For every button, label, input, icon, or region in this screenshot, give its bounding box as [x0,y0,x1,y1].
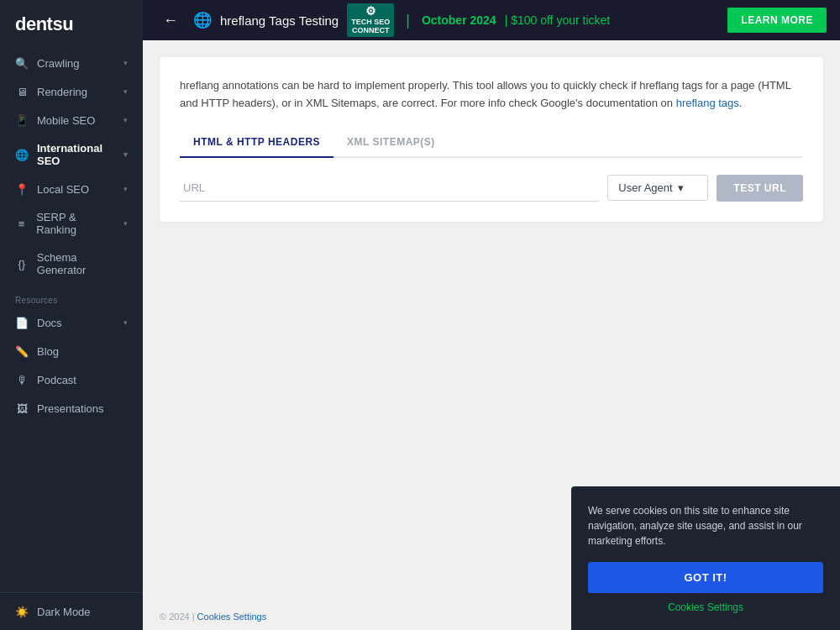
chevron-down-icon: ▾ [678,181,684,194]
gear-icon: ⚙ [365,5,376,18]
sidebar-label-podcast: Podcast [37,374,76,386]
sidebar-item-local-seo[interactable]: 📍 Local SEO ▾ [0,175,143,203]
banner-pipe: | [406,12,410,29]
cookie-banner: We serve cookies on this site to enhance… [571,486,840,630]
sidebar-item-mobile-seo[interactable]: 📱 Mobile SEO ▾ [0,106,143,134]
sidebar-label-crawling: Crawling [37,57,80,70]
url-row: User Agent ▾ TEST URL [180,175,803,202]
hreflang-link[interactable]: hreflang tags [676,97,739,109]
banner-title: hreflang Tags Testing [220,13,339,28]
cookies-settings-footer-link[interactable]: Cookies Settings [197,612,267,622]
serp-icon: ≡ [15,217,28,230]
event-logo-line2: CONNECT [352,27,390,35]
sidebar-item-podcast[interactable]: 🎙 Podcast [0,365,143,394]
nav-items: 🔍 Crawling ▾ 🖥 Rendering ▾ 📱 Mobile SEO … [0,49,143,284]
podcast-icon: 🎙 [15,373,29,386]
banner-date: October 2024 [422,13,496,27]
sidebar-label-mobile-seo: Mobile SEO [37,114,95,127]
hreflang-icon: 🌐 [193,11,212,29]
chevron-down-icon: ▾ [123,116,128,124]
tabs: HTML & HTTP HEADERS XML SITEMAP(S) [180,129,803,158]
banner-discount: | $100 off your ticket [505,13,611,27]
schema-icon: {} [15,257,29,270]
blog-icon: ✏️ [15,344,29,358]
cookies-settings-button[interactable]: Cookies Settings [588,601,823,613]
chevron-down-icon: ▾ [123,185,128,193]
tab-xml-sitemap[interactable]: XML SITEMAP(S) [333,129,449,158]
description-end: . [739,97,743,109]
user-agent-select[interactable]: User Agent ▾ [607,175,708,201]
sidebar-label-schema-generator: Schema Generator [37,251,128,276]
description-text: hreflang annotations can be hard to impl… [180,77,803,113]
local-icon: 📍 [15,182,29,196]
chevron-down-icon: ▾ [123,150,128,159]
url-input[interactable] [180,175,599,202]
docs-icon: 📄 [15,316,29,329]
dark-mode-toggle[interactable]: ☀️ Dark Mode [0,592,143,630]
sidebar-label-presentations: Presentations [37,402,104,415]
sidebar-item-crawling[interactable]: 🔍 Crawling ▾ [0,49,143,77]
sidebar-item-schema-generator[interactable]: {} Schema Generator [0,244,143,284]
resources-section-label: Resources [0,284,143,308]
sidebar-label-serp-ranking: SERP & Ranking [36,211,115,236]
user-agent-label: User Agent [618,181,672,194]
chevron-down-icon: ▾ [123,318,128,327]
sidebar-item-rendering[interactable]: 🖥 Rendering ▾ [0,77,143,106]
chevron-down-icon: ▾ [123,219,128,228]
tab-html-http[interactable]: HTML & HTTP HEADERS [180,129,333,158]
sidebar-label-international-seo: International SEO [37,142,115,167]
test-url-button[interactable]: TEST URL [717,175,803,202]
top-banner: ← 🌐 hreflang Tags Testing ⚙ TECH SEO CON… [143,0,840,40]
sidebar-item-docs[interactable]: 📄 Docs ▾ [0,308,143,337]
cookie-text: We serve cookies on this site to enhance… [588,503,823,549]
got-it-button[interactable]: GOT IT! [588,562,823,593]
sidebar-item-serp-ranking[interactable]: ≡ SERP & Ranking ▾ [0,203,143,244]
sidebar-label-blog: Blog [37,345,59,358]
sidebar: dentsu 🔍 Crawling ▾ 🖥 Rendering ▾ 📱 Mobi… [0,0,143,630]
international-icon: 🌐 [15,148,29,161]
sidebar-item-blog[interactable]: ✏️ Blog [0,337,143,365]
back-button[interactable]: ← [156,8,185,33]
presentations-icon: 🖼 [15,402,29,415]
learn-more-button[interactable]: LEARN MORE [727,8,827,33]
resources-items: 📄 Docs ▾ ✏️ Blog 🎙 Podcast 🖼 Presentatio… [0,308,143,423]
event-logo: ⚙ TECH SEO CONNECT [347,3,394,36]
sidebar-label-docs: Docs [37,317,62,329]
sidebar-label-local-seo: Local SEO [37,183,89,196]
dark-mode-label: Dark Mode [37,606,91,618]
crawling-icon: 🔍 [15,56,29,70]
mobile-icon: 📱 [15,113,29,127]
sidebar-label-rendering: Rendering [37,86,87,98]
chevron-down-icon: ▾ [123,59,128,67]
copyright-text: © 2024 | [160,612,195,622]
sidebar-logo: dentsu [0,0,143,49]
sidebar-item-international-seo[interactable]: 🌐 International SEO ▾ [0,134,143,175]
brand-name: dentsu [15,13,73,34]
dark-mode-icon: ☀️ [15,605,29,618]
sidebar-item-presentations[interactable]: 🖼 Presentations [0,394,143,423]
rendering-icon: 🖥 [15,85,29,98]
tool-card: hreflang annotations can be hard to impl… [160,57,823,222]
chevron-down-icon: ▾ [123,87,128,96]
